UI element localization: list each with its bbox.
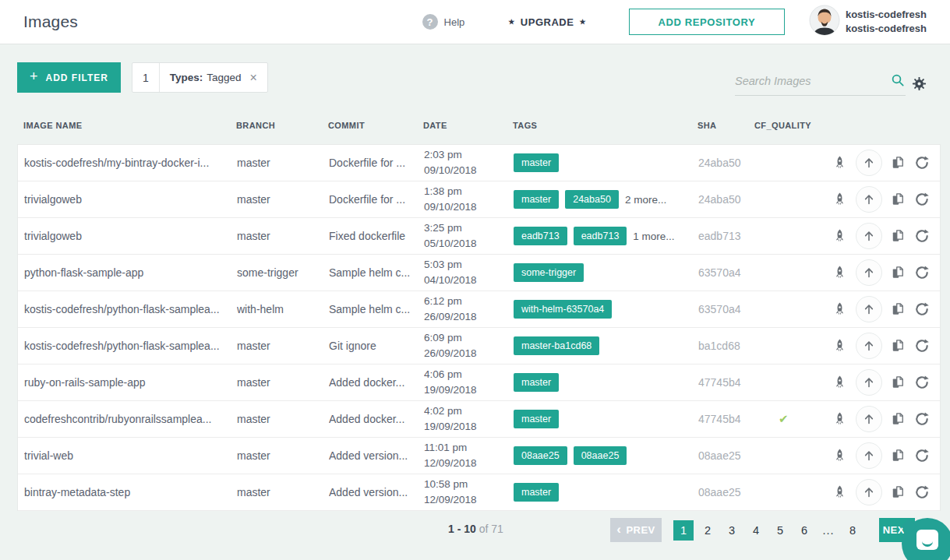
tag-badge[interactable]: 08aae25 — [574, 446, 627, 465]
rebuild-icon[interactable] — [913, 264, 931, 281]
page-button[interactable]: 4 — [746, 520, 766, 541]
help-button[interactable]: ? Help — [422, 14, 465, 30]
promote-arrow-icon[interactable] — [856, 479, 882, 505]
rebuild-icon[interactable] — [913, 337, 931, 354]
commit-cell: Fixed dockerfile — [329, 230, 424, 242]
promote-arrow-icon[interactable] — [856, 333, 882, 359]
chevron-left-icon: ‹ — [616, 523, 621, 536]
table-row[interactable]: trivialgoweb master Fixed dockerfile 3:2… — [18, 218, 940, 255]
rocket-icon[interactable] — [832, 484, 848, 501]
page-button[interactable]: 1 — [673, 520, 694, 541]
rocket-icon[interactable] — [832, 338, 848, 354]
tag-badge[interactable]: master — [514, 373, 559, 392]
rocket-icon[interactable] — [832, 155, 848, 171]
promote-arrow-icon[interactable] — [856, 150, 882, 176]
tag-badge[interactable]: master — [514, 190, 559, 209]
copy-icon[interactable] — [890, 228, 906, 244]
tag-badge[interactable]: 24aba50 — [565, 190, 619, 209]
sha-cell: 24aba50 — [698, 193, 755, 206]
tags-cell: master-ba1cd68 — [514, 336, 698, 355]
tag-badge[interactable]: master — [514, 410, 559, 428]
copy-icon[interactable] — [890, 338, 906, 354]
date-cell: 10:58 pm 12/09/2018 — [424, 477, 514, 507]
page-button[interactable]: 8 — [842, 520, 863, 541]
promote-arrow-icon[interactable] — [856, 186, 882, 213]
rebuild-icon[interactable] — [913, 410, 931, 428]
tag-badge[interactable]: master — [514, 153, 559, 172]
page-button[interactable]: 5 — [770, 520, 790, 541]
rebuild-icon[interactable] — [913, 484, 931, 501]
rebuild-icon[interactable] — [913, 227, 931, 245]
copy-icon[interactable] — [890, 155, 906, 171]
rocket-icon[interactable] — [832, 448, 848, 464]
tag-badge[interactable]: some-trigger — [514, 263, 584, 282]
add-repository-button[interactable]: ADD REPOSITORY — [629, 9, 785, 35]
rocket-icon[interactable] — [832, 228, 848, 245]
copy-icon[interactable] — [890, 192, 906, 207]
rebuild-icon[interactable] — [913, 447, 931, 464]
sha-cell: 63570a4 — [698, 266, 755, 279]
table-row[interactable]: codefreshcontrib/rubyonrailssamplea... m… — [18, 401, 940, 438]
table-row[interactable]: kostis-codefresh/python-flask-samplea...… — [18, 328, 940, 365]
date-cell: 5:03 pm 04/10/2018 — [424, 257, 514, 287]
rebuild-icon[interactable] — [913, 191, 931, 208]
tag-badge[interactable]: 08aae25 — [514, 446, 567, 465]
rebuild-icon[interactable] — [913, 374, 931, 391]
search-input[interactable] — [735, 75, 888, 87]
promote-arrow-icon[interactable] — [856, 442, 882, 469]
promote-arrow-icon[interactable] — [856, 369, 882, 396]
promote-arrow-icon[interactable] — [856, 259, 882, 286]
table-row[interactable]: trivial-web master Added version... 11:0… — [18, 438, 940, 474]
promote-arrow-icon[interactable] — [856, 406, 882, 432]
add-filter-button[interactable]: + ADD FILTER — [17, 62, 121, 93]
chat-bubble-button[interactable] — [902, 518, 950, 560]
tag-badge[interactable]: master — [514, 483, 559, 502]
filter-bar: + ADD FILTER 1 Types: Tagged × — [0, 44, 950, 110]
rocket-icon[interactable] — [832, 301, 848, 318]
tag-badge[interactable]: eadb713 — [574, 227, 627, 245]
table-row[interactable]: ruby-on-rails-sample-app master Added do… — [18, 365, 940, 401]
rebuild-icon[interactable] — [913, 301, 931, 318]
page-button[interactable]: 6 — [794, 520, 814, 541]
copy-icon[interactable] — [890, 411, 906, 427]
table-row[interactable]: kostis-codefresh/python-flask-samplea...… — [18, 291, 940, 328]
filter-chip[interactable]: 1 Types: Tagged × — [132, 62, 268, 93]
promote-arrow-icon[interactable] — [856, 296, 882, 322]
image-name-cell: kostis-codefresh/python-flask-samplea... — [24, 303, 237, 315]
table-row[interactable]: trivialgoweb master Dockerfile for ... 1… — [18, 181, 940, 218]
promote-arrow-icon[interactable] — [856, 223, 882, 249]
page-button[interactable]: 3 — [722, 520, 742, 541]
add-filter-label: ADD FILTER — [46, 72, 108, 83]
table-row[interactable]: bintray-metadata-step master Added versi… — [18, 474, 940, 511]
tags-cell: master24aba502 more... — [514, 190, 698, 209]
copy-icon[interactable] — [890, 301, 906, 317]
copy-icon[interactable] — [890, 265, 906, 280]
settings-gear-icon[interactable] — [912, 76, 927, 91]
user-menu[interactable]: kostis-codefresh kostis-codefresh — [809, 5, 927, 39]
time-text: 4:06 pm — [424, 367, 506, 382]
remove-filter-icon[interactable]: × — [250, 72, 257, 84]
col-image-name: IMAGE NAME — [23, 121, 236, 130]
tag-badge[interactable]: with-helm-63570a4 — [514, 300, 612, 319]
rocket-icon[interactable] — [832, 192, 848, 208]
rocket-icon[interactable] — [832, 411, 848, 428]
copy-icon[interactable] — [890, 484, 906, 500]
page-button[interactable]: 2 — [697, 520, 718, 541]
branch-cell: master — [237, 413, 329, 425]
prev-button[interactable]: ‹ PREV — [610, 518, 662, 542]
table-row[interactable]: python-flask-sample-app some-trigger Sam… — [18, 255, 940, 291]
table-row[interactable]: kostis-codefresh/my-bintray-docker-i... … — [18, 145, 940, 181]
tag-badge[interactable]: eadb713 — [514, 227, 567, 245]
tag-badge[interactable]: master-ba1cd68 — [514, 336, 599, 355]
more-tags-link[interactable]: 1 more... — [633, 231, 674, 242]
plus-icon: + — [30, 69, 39, 85]
branch-cell: master — [237, 486, 329, 498]
more-tags-link[interactable]: 2 more... — [625, 194, 666, 206]
copy-icon[interactable] — [890, 448, 906, 463]
rocket-icon[interactable] — [832, 265, 848, 281]
search-icon[interactable] — [891, 73, 906, 88]
rocket-icon[interactable] — [832, 375, 848, 391]
rebuild-icon[interactable] — [913, 154, 931, 171]
copy-icon[interactable] — [890, 375, 906, 390]
upgrade-button[interactable]: ★ UPGRADE ★ — [508, 16, 586, 28]
